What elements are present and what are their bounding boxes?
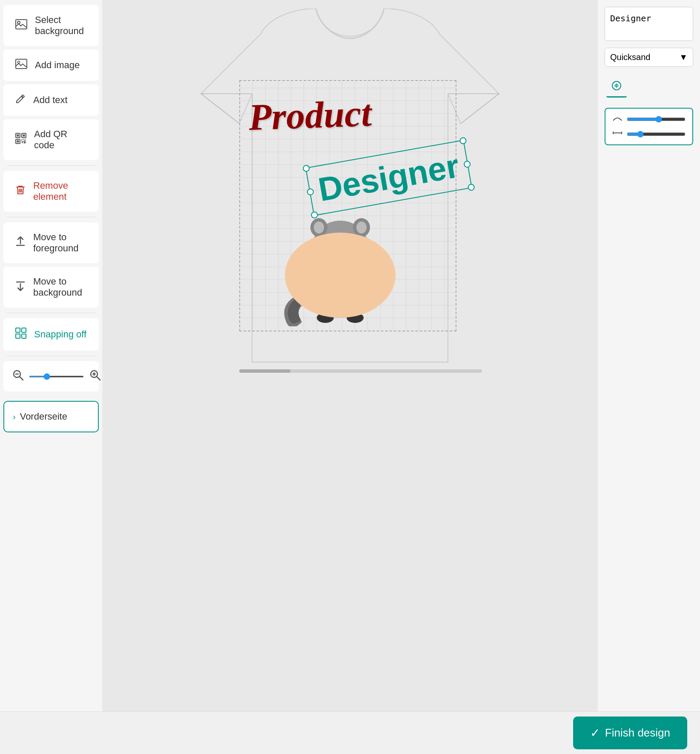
sidebar-item-select-background[interactable]: Select background: [3, 5, 99, 46]
sidebar-divider-3: [7, 313, 95, 313]
svg-rect-9: [17, 141, 19, 143]
sidebar-divider-2: [7, 217, 95, 217]
svg-point-48: [314, 222, 324, 233]
handle-top-left[interactable]: [302, 164, 310, 173]
main-layout: Select background Add image Add text: [0, 0, 700, 711]
right-panel: Quicksand ▼: [598, 0, 700, 711]
product-text[interactable]: Product: [248, 92, 372, 139]
font-selector[interactable]: Quicksand ▼: [605, 48, 693, 67]
font-style-row: [605, 74, 693, 101]
svg-rect-7: [17, 135, 19, 137]
raccoon-background-circle: [285, 233, 396, 318]
add-text-label: Add text: [33, 95, 68, 106]
trash-icon: [15, 184, 26, 198]
zoom-out-icon[interactable]: [12, 369, 24, 384]
svg-rect-0: [16, 20, 27, 29]
qr-code-icon: [15, 133, 26, 147]
width-slider[interactable]: [627, 131, 686, 138]
image-landscape-icon: [15, 19, 27, 32]
chevron-right-icon: ›: [13, 412, 16, 422]
add-image-icon: [15, 59, 27, 72]
curve-slider-row: [612, 115, 686, 124]
chevron-down-icon: ▼: [679, 52, 688, 62]
remove-element-label: Remove element: [33, 180, 87, 202]
add-image-label: Add image: [35, 60, 80, 71]
canvas-scrollbar[interactable]: [239, 369, 482, 373]
snapping-label: Snapping off: [34, 329, 86, 340]
sidebar-item-add-image[interactable]: Add image: [3, 49, 99, 81]
sidebar-divider-4: [7, 356, 95, 356]
svg-rect-26: [22, 334, 26, 338]
vorderseite-label: Vorderseite: [20, 411, 67, 422]
svg-rect-2: [16, 59, 27, 69]
checkmark-icon: ✓: [590, 726, 600, 740]
svg-rect-24: [22, 328, 26, 332]
canvas-area[interactable]: Product Designer: [102, 0, 598, 711]
vorderseite-button[interactable]: › Vorderseite: [3, 401, 99, 432]
zoom-control: [3, 361, 99, 391]
tshirt-canvas[interactable]: Product Designer: [184, 9, 516, 375]
move-foreground-label: Move to foreground: [33, 232, 87, 254]
sidebar-item-remove-element[interactable]: Remove element: [3, 171, 99, 212]
pencil-icon: [15, 94, 26, 106]
select-background-label: Select background: [35, 14, 87, 37]
curve-icon: [612, 115, 623, 124]
finish-design-label: Finish design: [605, 726, 670, 740]
finish-design-button[interactable]: ✓ Finish design: [573, 717, 687, 749]
slider-panel: [605, 108, 693, 145]
snapping-icon: [15, 328, 26, 341]
sidebar-item-add-qr-code[interactable]: Add QR code: [3, 119, 99, 160]
font-style-button[interactable]: [606, 77, 627, 98]
width-slider-row: [612, 130, 686, 138]
curve-slider[interactable]: [627, 116, 686, 123]
move-down-icon: [15, 280, 26, 294]
canvas-scrollbar-thumb[interactable]: [239, 369, 290, 373]
svg-rect-8: [23, 135, 25, 137]
sidebar-item-add-text[interactable]: Add text: [3, 84, 99, 116]
move-up-icon: [15, 236, 26, 250]
move-background-label: Move to background: [33, 276, 87, 298]
bottom-bar: ✓ Finish design: [0, 711, 700, 754]
zoom-in-icon[interactable]: [89, 369, 101, 384]
svg-rect-25: [16, 334, 20, 338]
sidebar-item-snapping[interactable]: Snapping off: [3, 318, 99, 351]
designer-text-wrapper[interactable]: Designer: [308, 153, 469, 202]
width-icon: [612, 130, 623, 138]
font-name-label: Quicksand: [610, 52, 651, 62]
sidebar-item-move-background[interactable]: Move to background: [3, 267, 99, 308]
zoom-slider[interactable]: [29, 376, 84, 377]
designer-text: Designer: [316, 147, 462, 210]
sidebar-divider-1: [7, 165, 95, 166]
sidebar-item-move-foreground[interactable]: Move to foreground: [3, 222, 99, 263]
add-qr-code-label: Add QR code: [34, 129, 87, 151]
svg-rect-23: [16, 328, 20, 332]
svg-point-49: [356, 222, 367, 233]
design-area[interactable]: Product Designer: [239, 80, 456, 331]
text-input[interactable]: [605, 7, 693, 41]
svg-line-29: [20, 377, 23, 380]
left-sidebar: Select background Add image Add text: [0, 0, 102, 711]
svg-line-33: [97, 377, 100, 380]
